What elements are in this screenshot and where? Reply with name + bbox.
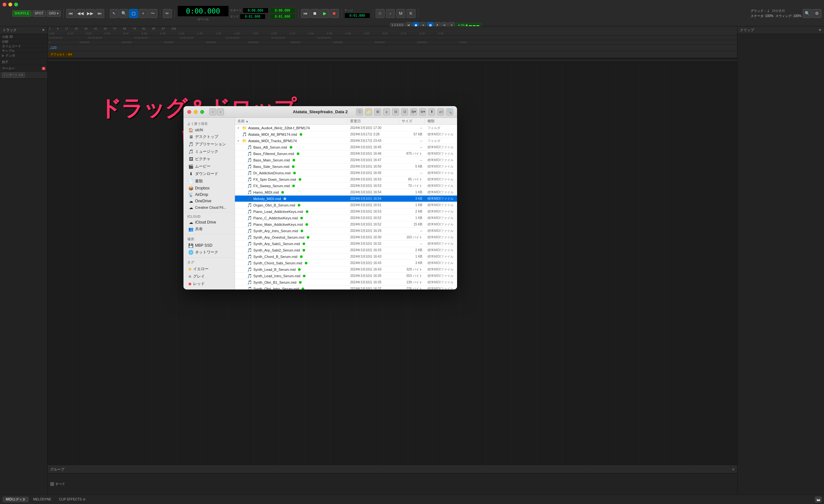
- sidebar-tag-red[interactable]: レッド: [185, 280, 233, 287]
- sidebar-network[interactable]: 🌐 ネットワーク: [185, 249, 233, 256]
- metro-btn2[interactable]: ♪: [386, 9, 395, 18]
- sidebar-downloads[interactable]: ⬇ ダウンロード: [185, 170, 233, 177]
- finder-cols-btn[interactable]: ⊟: [392, 108, 399, 115]
- finder-list-btn[interactable]: ≡: [383, 108, 390, 115]
- table-row[interactable]: 🎵 Synth_Obri_Intro_Serum.mid 2024年3月10日 …: [235, 286, 457, 289]
- nudge-counter[interactable]: 0:01.000: [344, 13, 370, 18]
- maximize-button[interactable]: [14, 3, 18, 6]
- metro-btn4[interactable]: K: [407, 9, 416, 18]
- table-row[interactable]: 🎵 Atatata_MIDI_All_BPM174.mid 2024年3月17日…: [235, 131, 457, 138]
- groups-close[interactable]: ✕: [732, 468, 734, 471]
- wave-tool[interactable]: 〜: [148, 9, 158, 18]
- punch-in[interactable]: 0:00.000: [270, 8, 296, 13]
- spot-btn[interactable]: SPOT: [32, 10, 46, 17]
- sidebar-tag-grey[interactable]: グレイ: [185, 273, 233, 280]
- table-row[interactable]: 🎵 FX_Spin Down_Serum.mid 2024年3月10日 16:5…: [235, 176, 457, 183]
- sidebar-airdrop[interactable]: 📡 AirDrop: [185, 192, 233, 198]
- finder-info-btn[interactable]: ⓘ: [356, 108, 363, 115]
- table-row[interactable]: 🎵 Synth_Lead_B_Serum.mid 2024年3月10日 16:4…: [235, 266, 457, 273]
- sidebar-dropbox[interactable]: 📦 Dropbox: [185, 185, 233, 192]
- table-row[interactable]: ▾ 📁 Atatata_Audio4_8kHz_32bit-f_BPM174 2…: [235, 125, 457, 131]
- finder-search-btn[interactable]: 🔍: [446, 108, 453, 115]
- sidebar-movies[interactable]: 🎬 ムービー: [185, 163, 233, 170]
- clip-effects-tab[interactable]: CLIP EFFECTS ⊞: [56, 497, 88, 502]
- expand-icon[interactable]: ▾: [237, 126, 241, 130]
- table-row[interactable]: 🎵 Organ_Obri_B_Serum.mid 2024年3月10日 16:5…: [235, 202, 457, 209]
- date-col-header[interactable]: 変更日: [348, 119, 399, 124]
- metro-btn3[interactable]: M: [396, 9, 405, 18]
- table-row[interactable]: 🎵 Synth_Arp_Intro_Serum.mid 2024年3月10日 1…: [235, 228, 457, 234]
- finder-max-btn[interactable]: [200, 110, 204, 114]
- end-counter[interactable]: 0:01.000: [240, 14, 266, 19]
- zoom-tool[interactable]: 🔍: [119, 9, 128, 18]
- clips-close-btn[interactable]: ✕: [819, 28, 821, 32]
- table-row[interactable]: 🎵 Melody_MIDI.mid 2024年3月10日 16:54 3 KB …: [235, 196, 457, 202]
- expand-icon[interactable]: ▾: [237, 139, 241, 142]
- table-row[interactable]: 🎵 Bass_Filtered_Serum.mid 2024年3月10日 16:…: [235, 150, 457, 157]
- finder-forward-btn[interactable]: ›: [217, 108, 224, 115]
- table-row[interactable]: 🎵 Synth_Chord_B_Serum.mid 2024年3月10日 16:…: [235, 253, 457, 260]
- table-row[interactable]: 🎵 Dr_AddictiveDrums.mid 2024年3月10日 16:45…: [235, 170, 457, 176]
- table-row[interactable]: 🎵 Hamo_MIDI.mid 2024年3月10日 16:54 1 KB 標準…: [235, 189, 457, 196]
- sidebar-tag-yellow[interactable]: イエロー: [185, 265, 233, 273]
- back-btn[interactable]: ◀◀: [76, 9, 85, 18]
- search-btn[interactable]: 🔍: [803, 9, 812, 18]
- sidebar-cc-files[interactable]: ☁ Creative Cloud Fil...: [185, 204, 233, 211]
- sidebar-desktop[interactable]: 🖥 デスクトップ: [185, 133, 233, 141]
- end-btn[interactable]: ⏭: [95, 9, 104, 18]
- finder-arrange-btn[interactable]: ⊞▾: [410, 108, 417, 115]
- table-row[interactable]: 🎵 Bass_AB_Serum.mid 2024年3月10日 16:45 -- …: [235, 144, 457, 150]
- finder-min-btn[interactable]: [194, 110, 198, 114]
- finder-close-btn[interactable]: [187, 110, 191, 114]
- record-btn[interactable]: ⏺: [330, 9, 339, 18]
- start-counter[interactable]: 0:00.000: [243, 8, 269, 13]
- sidebar-mbp-ssd[interactable]: 💾 MBP SSD: [185, 242, 233, 249]
- settings-btn[interactable]: ⚙: [812, 9, 821, 18]
- table-row[interactable]: 🎵 Piano_Main_AddictiveKeys.mid 2024年3月10…: [235, 221, 457, 228]
- finder-grid-btn[interactable]: ⊞: [374, 108, 381, 115]
- finder-back-btn[interactable]: ‹: [209, 108, 216, 115]
- table-row[interactable]: 🎵 Synth_Obri_B1_Serum.mid 2024年3月10日 16:…: [235, 279, 457, 286]
- sidebar-icloud-drive[interactable]: ☁ iCloud Drive: [185, 219, 233, 226]
- table-row[interactable]: 🎵 Synth_Arp_Sabi2_Serum.mid 2024年3月10日 1…: [235, 247, 457, 253]
- table-row[interactable]: 🎵 Synth_Arp_Sabi1_Serum.mid 2024年3月10日 1…: [235, 241, 457, 247]
- table-row[interactable]: ▾ 📁 Atatata_MIDI_Tracks_BPM174 2024年3月17…: [235, 138, 457, 144]
- stop-btn[interactable]: ⏹: [311, 9, 320, 18]
- finder-action-btn[interactable]: ⊚▾: [419, 108, 426, 115]
- minimize-button[interactable]: [8, 3, 12, 6]
- name-col-header[interactable]: 名前 ▲: [235, 119, 348, 124]
- sidebar-onedrive[interactable]: ☁ OneDrive: [185, 198, 233, 204]
- sidebar-applications[interactable]: 🎵 アプリケーション: [185, 141, 233, 148]
- sidebar-tag-green[interactable]: グリーン: [185, 287, 233, 289]
- table-row[interactable]: 🎵 Synth_Lead_Intro_Serum.mid 2024年3月10日 …: [235, 273, 457, 279]
- forward-btn[interactable]: ▶▶: [86, 9, 95, 18]
- grid-btn[interactable]: GRD ▾: [47, 10, 61, 17]
- piano-roll-btn[interactable]: 🎹: [815, 497, 821, 502]
- pointer-tool[interactable]: ↖: [110, 9, 119, 18]
- table-row[interactable]: 🎵 Synth_Chord_Sabi_Serum.mid 2024年3月10日 …: [235, 260, 457, 266]
- finder-content[interactable]: 名前 ▲ 変更日 サイズ 種類 ▾ 📁 Atatata_Audio4_8kHz_…: [235, 118, 457, 289]
- kind-col-header[interactable]: 種類: [425, 119, 457, 124]
- main-counter[interactable]: 0:00.000: [177, 5, 229, 17]
- finder-share-btn[interactable]: ⬆: [428, 108, 435, 115]
- table-row[interactable]: 🎵 Bass_Main_Serum.mid 2024年3月10日 16:47 -…: [235, 157, 457, 163]
- size-col-header[interactable]: サイズ: [399, 119, 425, 124]
- table-row[interactable]: 🎵 Bass_Side_Serum.mid 2024年3月10日 16:50 5…: [235, 163, 457, 170]
- rewind-play-btn[interactable]: ⏮: [301, 9, 310, 18]
- rewind-btn[interactable]: ⏮: [66, 9, 75, 18]
- metro-btn1[interactable]: ⬡: [376, 9, 385, 18]
- pencil-tool[interactable]: +: [139, 9, 148, 18]
- melodyne-tab[interactable]: MELODYNE: [30, 497, 55, 502]
- tracks-close-btn[interactable]: ✕: [42, 28, 45, 32]
- punch-out[interactable]: 0:01.000: [270, 14, 296, 19]
- sidebar-documents[interactable]: 📄 書類: [185, 177, 233, 185]
- sidebar-pictures[interactable]: 🖼 ピクチャ: [185, 155, 233, 163]
- sidebar-uichi[interactable]: 🏠 uichi: [185, 127, 233, 133]
- close-button[interactable]: [3, 3, 6, 6]
- sidebar-music[interactable]: 🎵 ミュージック: [185, 148, 233, 155]
- insert-label[interactable]: インサート A-E: [2, 73, 25, 78]
- finder-tag-btn[interactable]: 🏷: [437, 108, 444, 115]
- table-row[interactable]: 🎵 Synth_Arp_Oneshot_Serum.mid 2024年3月10日…: [235, 234, 457, 241]
- finder-cover-btn[interactable]: ⊡: [401, 108, 408, 115]
- midi-editor-tab[interactable]: MIDIエディタ: [3, 497, 29, 502]
